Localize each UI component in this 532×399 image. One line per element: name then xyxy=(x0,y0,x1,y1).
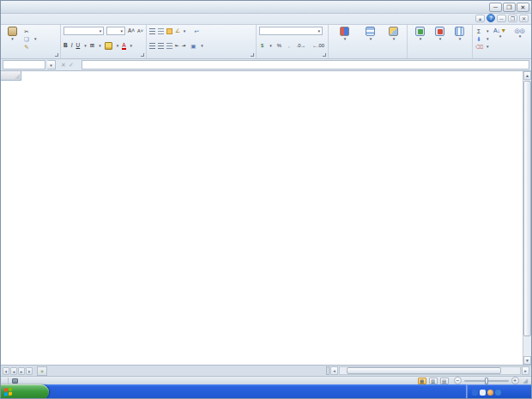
alignment-dialog-launcher[interactable] xyxy=(251,53,254,57)
name-box[interactable] xyxy=(3,60,45,70)
vertical-scrollbar-thumb[interactable] xyxy=(523,81,531,336)
page-layout-view-icon[interactable]: ▥ xyxy=(429,378,438,384)
window-controls: ─ ❐ ✕ xyxy=(489,3,529,12)
styles-group: ▾ ▾ ▾ xyxy=(329,25,408,58)
format-cells-button[interactable]: ▾ xyxy=(450,27,469,42)
borders-icon[interactable]: ⊞ xyxy=(90,41,94,50)
comma-style-icon[interactable]: , xyxy=(287,41,292,50)
accounting-format-icon[interactable]: $ xyxy=(259,41,265,50)
horizontal-scrollbar-track[interactable] xyxy=(339,366,521,375)
scroll-left-icon[interactable]: ◂ xyxy=(330,366,338,375)
paste-button[interactable]: ▾ xyxy=(3,27,21,50)
percent-style-icon[interactable]: % xyxy=(275,41,283,50)
name-box-caret-icon[interactable]: ▾ xyxy=(47,60,56,70)
select-all-corner[interactable] xyxy=(1,71,21,81)
increase-decimal-icon[interactable]: .0→ xyxy=(295,41,308,50)
fill-color-icon[interactable] xyxy=(105,42,112,50)
keyboard-tray-icon[interactable] xyxy=(472,390,478,396)
resize-grip-icon[interactable]: ◢ xyxy=(523,378,528,384)
wrap-text-button[interactable]: ↩ xyxy=(193,27,202,35)
close-icon[interactable]: ✕ xyxy=(517,3,529,12)
start-button[interactable] xyxy=(0,384,49,399)
align-left-icon[interactable] xyxy=(149,43,155,49)
cells-area[interactable] xyxy=(21,81,523,365)
minimize-icon[interactable]: ─ xyxy=(489,3,502,12)
sort-filter-button[interactable]: A↓▼ ▾ xyxy=(492,27,509,50)
underline-button[interactable]: U xyxy=(76,41,81,50)
horizontal-scrollbar[interactable]: ◂ ▸ xyxy=(326,366,531,375)
increase-indent-icon[interactable]: ⇥ xyxy=(182,41,186,50)
zoom-out-icon[interactable]: − xyxy=(454,377,462,384)
shrink-font-icon[interactable]: A˅ xyxy=(137,27,143,35)
ribbon: ▾ ✂ ❏▾ ✎ ▾ ▾ A˄ A˅ B xyxy=(1,25,531,59)
zoom-slider-thumb[interactable] xyxy=(485,378,488,384)
conditional-formatting-button[interactable]: ▾ xyxy=(332,27,358,42)
next-sheet-icon[interactable]: ▸ xyxy=(18,367,25,375)
help-icon[interactable]: ? xyxy=(487,14,495,22)
scroll-up-icon[interactable]: ▲ xyxy=(523,71,531,80)
orientation-icon[interactable]: ∠ xyxy=(175,27,180,35)
insert-cells-button[interactable]: ▾ xyxy=(410,27,430,42)
formula-input[interactable] xyxy=(82,60,529,70)
zoom-in-icon[interactable]: + xyxy=(511,377,519,384)
workbook-minimize-icon[interactable]: ─ xyxy=(497,15,506,22)
align-right-icon[interactable] xyxy=(166,43,172,49)
decrease-indent-icon[interactable]: ⇤ xyxy=(175,41,179,50)
number-dialog-launcher[interactable] xyxy=(323,53,326,57)
scroll-right-icon[interactable]: ▸ xyxy=(522,366,529,375)
middle-align-icon[interactable] xyxy=(158,28,164,34)
zoom-slider[interactable] xyxy=(464,380,509,382)
decrease-decimal-icon[interactable]: ←.00 xyxy=(311,41,326,50)
minimize-ribbon-icon[interactable]: ▴ xyxy=(475,15,485,22)
macro-record-icon[interactable] xyxy=(12,378,18,384)
font-name-select[interactable]: ▾ xyxy=(63,27,104,35)
update-tray-icon[interactable] xyxy=(495,390,501,396)
font-color-icon[interactable]: A xyxy=(122,42,125,50)
font-size-select[interactable]: ▾ xyxy=(106,27,125,35)
workbook-close-icon[interactable]: ✕ xyxy=(519,15,529,22)
scroll-down-icon[interactable]: ▼ xyxy=(523,356,531,365)
format-as-table-button[interactable]: ▾ xyxy=(359,27,383,42)
volume-tray-icon[interactable] xyxy=(480,390,486,396)
copy-button[interactable]: ❏▾ xyxy=(23,35,37,43)
prev-sheet-icon[interactable]: ◂ xyxy=(10,367,17,375)
bold-button[interactable]: B xyxy=(63,41,68,50)
page-break-view-icon[interactable]: ▤ xyxy=(440,378,449,384)
find-select-button[interactable]: ◎◎ ▾ xyxy=(511,27,529,50)
top-align-icon[interactable] xyxy=(149,28,155,34)
autosum-button[interactable]: Σ▾ xyxy=(475,27,489,35)
excel-window: ─ ❐ ✕ ▴ ? ─ ❐ ✕ ▾ ✂ ❏▾ ✎ xyxy=(0,0,532,399)
cell-styles-button[interactable]: ▾ xyxy=(384,27,404,42)
bottom-align-icon[interactable] xyxy=(166,28,172,34)
horizontal-scrollbar-thumb[interactable] xyxy=(347,367,501,374)
first-sheet-icon[interactable]: ⏴ xyxy=(3,367,9,375)
cut-button[interactable]: ✂ xyxy=(23,27,37,35)
clipboard-dialog-launcher[interactable] xyxy=(55,53,58,57)
autosum-icon: Σ xyxy=(475,27,482,35)
maximize-icon[interactable]: ❐ xyxy=(503,3,516,12)
merge-center-button[interactable]: ▣▾ xyxy=(190,42,203,50)
format-painter-button[interactable]: ✎ xyxy=(23,43,37,51)
insert-worksheet-icon[interactable]: ✶ xyxy=(37,366,47,376)
vertical-scrollbar[interactable]: ▲ ▼ xyxy=(523,71,531,365)
cells-group: ▾ ▾ ▾ xyxy=(408,25,473,58)
workbook-restore-icon[interactable]: ❐ xyxy=(508,15,517,22)
format-painter-icon: ✎ xyxy=(23,43,30,51)
italic-button[interactable]: I xyxy=(71,41,73,50)
tab-split-handle[interactable] xyxy=(326,366,329,375)
messenger-tray-icon[interactable] xyxy=(487,390,493,396)
cancel-icon[interactable]: ✕ xyxy=(61,62,66,69)
font-dialog-launcher[interactable] xyxy=(141,53,144,57)
normal-view-icon[interactable]: ▦ xyxy=(418,378,426,384)
clear-button[interactable]: ⌫▾ xyxy=(475,43,489,51)
fill-button[interactable]: ⬇▾ xyxy=(475,35,489,43)
merge-center-icon: ▣ xyxy=(190,42,196,50)
clipboard-group-label xyxy=(1,51,60,58)
delete-cells-button[interactable]: ▾ xyxy=(430,27,450,42)
number-format-select[interactable]: ▾ xyxy=(259,27,323,35)
grow-font-icon[interactable]: A˄ xyxy=(128,27,135,35)
enter-icon[interactable]: ✓ xyxy=(69,62,74,69)
wrap-text-icon: ↩ xyxy=(193,27,200,35)
align-center-icon[interactable] xyxy=(158,43,164,49)
last-sheet-icon[interactable]: ⏵ xyxy=(26,367,33,375)
